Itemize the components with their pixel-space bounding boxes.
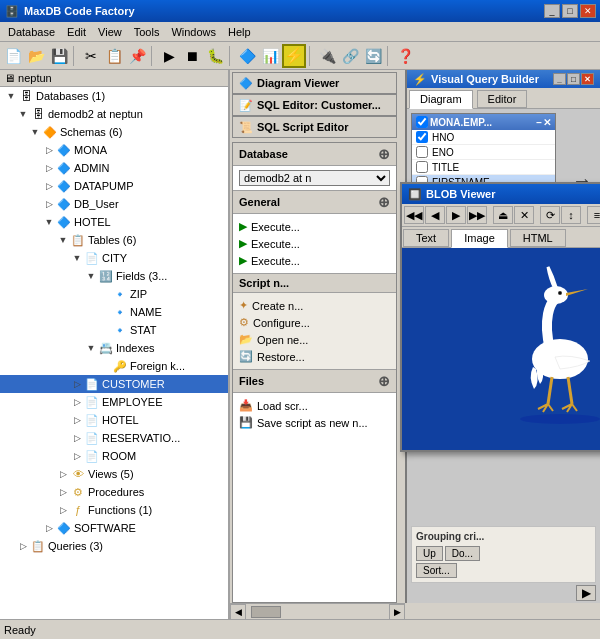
blob-btn-refresh[interactable]: ⟳ (540, 206, 560, 224)
vqb-minimize-btn[interactable]: _ (553, 73, 566, 85)
menu-edit[interactable]: Edit (61, 24, 92, 40)
blob-tab-text[interactable]: Text (403, 229, 449, 247)
tree-node-schemas[interactable]: ▼ 🔶 Schemas (6) (0, 123, 228, 141)
blob-btn-delete[interactable]: ✕ (514, 206, 534, 224)
expander-room[interactable]: ▷ (70, 449, 84, 463)
expander-tables[interactable]: ▼ (56, 233, 70, 247)
tree-node-mona[interactable]: ▷ 🔷 MONA (0, 141, 228, 159)
db-expand-icon[interactable]: ⊕ (378, 146, 390, 162)
expander-hotel[interactable]: ▼ (42, 215, 56, 229)
help-btn[interactable]: ❓ (394, 45, 416, 67)
blob-btn-prev[interactable]: ◀ (425, 206, 445, 224)
sql-script-tab[interactable]: 📜 SQL Script Editor (232, 116, 397, 138)
run-button[interactable]: ▶ (158, 45, 180, 67)
configure-link[interactable]: ⚙ Configure... (239, 314, 390, 331)
load-link[interactable]: 📥 Load scr... (239, 397, 390, 414)
tree-node-fk[interactable]: 🔑 Foreign k... (0, 357, 228, 375)
title-bar-buttons[interactable]: _ □ ✕ (544, 4, 596, 18)
vqb-tab-editor[interactable]: Editor (477, 90, 528, 108)
menu-help[interactable]: Help (222, 24, 257, 40)
scroll-left-btn[interactable]: ◀ (230, 604, 246, 619)
sql-editor-tab[interactable]: 📝 SQL Editor: Customer... (232, 94, 397, 116)
tree-content[interactable]: ▼ 🗄 Databases (1) ▼ 🗄 demodb2 at neptun … (0, 87, 228, 616)
tree-node-admin[interactable]: ▷ 🔷 ADMIN (0, 159, 228, 177)
expander-functions[interactable]: ▷ (56, 503, 70, 517)
expander-schemas[interactable]: ▼ (28, 125, 42, 139)
query-button[interactable]: ⚡ (282, 44, 306, 68)
vqb-table1-x[interactable]: ✕ (543, 117, 551, 128)
tree-node-fields[interactable]: ▼ 🔢 Fields (3... (0, 267, 228, 285)
general-section-header[interactable]: General ⊕ (233, 190, 396, 214)
expander-databases[interactable]: ▼ (4, 89, 18, 103)
tree-node-views[interactable]: ▷ 👁 Views (5) (0, 465, 228, 483)
tree-node-name[interactable]: 🔹 NAME (0, 303, 228, 321)
expander-queries[interactable]: ▷ (16, 539, 30, 553)
menu-view[interactable]: View (92, 24, 128, 40)
tree-node-queries[interactable]: ▷ 📋 Queries (3) (0, 537, 228, 555)
tree-node-databases[interactable]: ▼ 🗄 Databases (1) (0, 87, 228, 105)
new-button[interactable]: 📄 (2, 45, 24, 67)
scroll-right-btn[interactable]: ▶ (389, 604, 405, 619)
vqb-down-btn[interactable]: Do... (445, 546, 480, 561)
expander-reservation[interactable]: ▷ (70, 431, 84, 445)
cut-button[interactable]: ✂ (80, 45, 102, 67)
vqb-tab-diagram[interactable]: Diagram (409, 90, 473, 109)
expander-indexes[interactable]: ▼ (84, 341, 98, 355)
table-button[interactable]: 📊 (259, 45, 281, 67)
expander-customer[interactable]: ▷ (70, 377, 84, 391)
vqb-table1-minus[interactable]: − (536, 117, 542, 128)
save-link[interactable]: 💾 Save script as new n... (239, 414, 390, 431)
blob-btn-eject[interactable]: ⏏ (493, 206, 513, 224)
tree-node-reservation[interactable]: ▷ 📄 RESERVATIO... (0, 429, 228, 447)
tree-node-city[interactable]: ▼ 📄 CITY (0, 249, 228, 267)
tree-node-dbuser[interactable]: ▷ 🔷 DB_User (0, 195, 228, 213)
blob-btn-resize[interactable]: ↕ (561, 206, 581, 224)
connect-button[interactable]: 🔌 (316, 45, 338, 67)
open-link[interactable]: 📂 Open ne... (239, 331, 390, 348)
vqb-table1-check[interactable] (416, 116, 428, 128)
files-section-header[interactable]: Files ⊕ (233, 369, 396, 393)
expander-views[interactable]: ▷ (56, 467, 70, 481)
menu-tools[interactable]: Tools (128, 24, 166, 40)
diagram-viewer-tab[interactable]: 🔷 Diagram Viewer (232, 72, 397, 94)
stop-button[interactable]: ⏹ (181, 45, 203, 67)
blob-btn-last[interactable]: ▶▶ (467, 206, 487, 224)
tree-node-room[interactable]: ▷ 📄 ROOM (0, 447, 228, 465)
expander-employee[interactable]: ▷ (70, 395, 84, 409)
tree-node-functions[interactable]: ▷ ƒ Functions (1) (0, 501, 228, 519)
tree-node-indexes[interactable]: ▼ 📇 Indexes (0, 339, 228, 357)
tree-node-software[interactable]: ▷ 🔷 SOFTWARE (0, 519, 228, 537)
disconnect-button[interactable]: 🔗 (339, 45, 361, 67)
expander-admin[interactable]: ▷ (42, 161, 56, 175)
tree-node-customer[interactable]: ▷ 📄 CUSTOMER (0, 375, 228, 393)
expander-demodb2[interactable]: ▼ (16, 107, 30, 121)
vqb-maximize-btn[interactable]: □ (567, 73, 580, 85)
blob-btn-next[interactable]: ▶ (446, 206, 466, 224)
vqb-check-hno[interactable] (416, 131, 428, 143)
maximize-button[interactable]: □ (562, 4, 578, 18)
save-button[interactable]: 💾 (48, 45, 70, 67)
menu-windows[interactable]: Windows (165, 24, 222, 40)
tree-node-employee[interactable]: ▷ 📄 EMPLOYEE (0, 393, 228, 411)
vqb-check-title[interactable] (416, 161, 428, 173)
close-button[interactable]: ✕ (580, 4, 596, 18)
db-select[interactable]: demodb2 at n (239, 170, 390, 186)
blob-btn-first[interactable]: ◀◀ (404, 206, 424, 224)
blob-btn-extra[interactable]: ≡ (587, 206, 600, 224)
debug-button[interactable]: 🐛 (204, 45, 226, 67)
blob-tab-html[interactable]: HTML (510, 229, 566, 247)
paste-button[interactable]: 📌 (126, 45, 148, 67)
expander-datapump[interactable]: ▷ (42, 179, 56, 193)
create-link[interactable]: ✦ Create n... (239, 297, 390, 314)
expander-software[interactable]: ▷ (42, 521, 56, 535)
tree-node-stat[interactable]: 🔹 STAT (0, 321, 228, 339)
vqb-close-btn[interactable]: ✕ (581, 73, 594, 85)
open-button[interactable]: 📂 (25, 45, 47, 67)
execute-link-3[interactable]: ▶ Execute... (239, 252, 390, 269)
general-expand-icon[interactable]: ⊕ (378, 194, 390, 210)
refresh-button[interactable]: 🔄 (362, 45, 384, 67)
tree-node-datapump[interactable]: ▷ 🔷 DATAPUMP (0, 177, 228, 195)
blob-tab-image[interactable]: Image (451, 229, 508, 248)
tree-node-zip[interactable]: 🔹 ZIP (0, 285, 228, 303)
tree-node-procedures[interactable]: ▷ ⚙ Procedures (0, 483, 228, 501)
